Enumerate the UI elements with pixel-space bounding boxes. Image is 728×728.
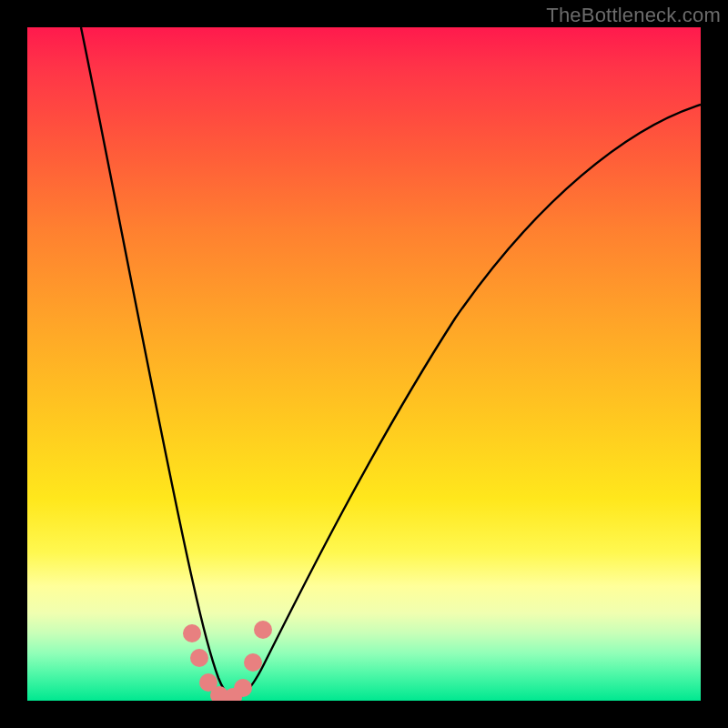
curve-svg <box>27 27 701 701</box>
curve-marker <box>244 653 262 672</box>
curve-marker <box>183 624 201 642</box>
chart-frame: TheBottleneck.com <box>0 0 728 728</box>
bottleneck-curve-path <box>81 27 701 698</box>
curve-marker <box>190 649 208 667</box>
watermark-text: TheBottleneck.com <box>546 4 721 27</box>
plot-area <box>27 27 701 701</box>
curve-marker <box>234 679 252 697</box>
curve-marker <box>254 621 272 639</box>
